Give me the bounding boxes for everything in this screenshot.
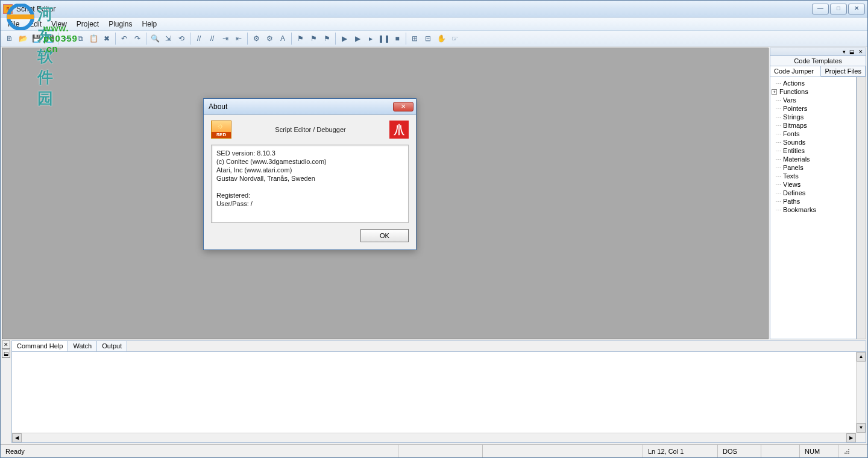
about-titlebar[interactable]: About ✕ xyxy=(204,99,416,114)
scroll-down-icon[interactable]: ▼ xyxy=(857,423,866,433)
cut-icon[interactable]: ✂ xyxy=(61,33,73,45)
tree-dots-icon: ⋯ xyxy=(775,97,781,104)
expand-icon[interactable]: + xyxy=(772,89,777,95)
bookmark-prev-icon[interactable]: ⚑ xyxy=(321,33,333,45)
tree-item-fonts[interactable]: ⋯Fonts xyxy=(772,130,855,138)
step-icon[interactable]: ▸ xyxy=(365,33,377,45)
tree-item-panels[interactable]: ⋯Panels xyxy=(772,163,855,172)
tree-item-sounds[interactable]: ⋯Sounds xyxy=(772,138,855,146)
delete-icon[interactable]: ✖ xyxy=(101,33,113,45)
tree-item-bitmaps[interactable]: ⋯Bitmaps xyxy=(772,121,855,130)
status-spacer1 xyxy=(398,445,483,457)
settings-icon[interactable]: ⚙ xyxy=(263,33,275,45)
svg-rect-4 xyxy=(846,453,848,454)
tree-item-materials[interactable]: ⋯Materials xyxy=(772,155,855,163)
uncomment-icon[interactable]: // xyxy=(206,33,218,45)
run-icon[interactable]: ▶ xyxy=(338,33,350,45)
about-ok-button[interactable]: OK xyxy=(360,229,409,242)
tree-item-functions[interactable]: +Functions xyxy=(772,87,855,96)
tree-item-label: Pointers xyxy=(783,105,807,112)
bookmark-next-icon[interactable]: ⚑ xyxy=(307,33,319,45)
bookmark-toggle-icon[interactable]: ⚑ xyxy=(294,33,306,45)
tree-dots-icon: ⋯ xyxy=(775,105,781,112)
tree-item-views[interactable]: ⋯Views xyxy=(772,180,855,189)
scroll-left-icon[interactable]: ◀ xyxy=(12,433,22,442)
copy-icon[interactable]: ⧉ xyxy=(74,33,86,45)
menu-help[interactable]: Help xyxy=(137,19,162,30)
watch-tree-icon[interactable]: ⊟ xyxy=(422,33,434,45)
resize-grip-icon[interactable] xyxy=(838,447,852,456)
tree-item-texts[interactable]: ⋯Texts xyxy=(772,172,855,180)
find-icon[interactable]: 🔍 xyxy=(149,33,161,45)
tree-item-actions[interactable]: ⋯Actions xyxy=(772,79,855,87)
title-bar[interactable]: S Script Editor — □ ✕ xyxy=(1,1,867,17)
code-jumper-tree[interactable]: ⋯Actions+Functions⋯Vars⋯Pointers⋯Strings… xyxy=(770,77,857,339)
tree-dots-icon: ⋯ xyxy=(775,198,781,205)
bottom-vscroll[interactable]: ▲ ▼ xyxy=(856,352,866,433)
find-next-icon[interactable]: ⇲ xyxy=(162,33,174,45)
tree-item-vars[interactable]: ⋯Vars xyxy=(772,96,855,104)
status-numlock: NUM xyxy=(800,445,838,457)
stop-icon[interactable]: ■ xyxy=(391,33,403,45)
outdent-icon[interactable]: ⇤ xyxy=(233,33,245,45)
font-icon[interactable]: A xyxy=(277,33,289,45)
tab-code-templates[interactable]: Code Templates xyxy=(770,56,866,66)
menu-project[interactable]: Project xyxy=(72,19,104,30)
replace-icon[interactable]: ⟲ xyxy=(175,33,187,45)
save-icon[interactable]: 💾 xyxy=(30,33,42,45)
about-close-button[interactable]: ✕ xyxy=(393,102,414,111)
hand-icon[interactable]: ✋ xyxy=(435,33,447,45)
tree-item-label: Actions xyxy=(783,80,805,87)
scroll-up-icon[interactable]: ▲ xyxy=(857,352,866,362)
debug-icon[interactable]: ▶ xyxy=(351,33,363,45)
watch-add-icon[interactable]: ⊞ xyxy=(409,33,421,45)
close-button[interactable]: ✕ xyxy=(848,4,865,14)
paste-icon[interactable]: 📋 xyxy=(87,33,99,45)
save-all-icon[interactable]: 💾 xyxy=(43,33,55,45)
new-icon[interactable]: 🗎 xyxy=(4,33,16,45)
svg-rect-3 xyxy=(844,453,846,454)
tab-watch[interactable]: Watch xyxy=(68,341,97,351)
main-window: S Script Editor — □ ✕ File Edit View Pro… xyxy=(0,0,868,458)
tab-code-jumper[interactable]: Code Jumper xyxy=(770,66,821,77)
tab-output[interactable]: Output xyxy=(97,341,127,351)
tab-command-help[interactable]: Command Help xyxy=(12,341,68,351)
tree-item-label: Sounds xyxy=(783,139,805,146)
svg-rect-1 xyxy=(846,451,848,452)
tree-dots-icon: ⋯ xyxy=(775,181,781,188)
svg-rect-2 xyxy=(848,451,849,452)
tree-item-bookmarks[interactable]: ⋯Bookmarks xyxy=(772,205,855,214)
indent-icon[interactable]: ⇥ xyxy=(219,33,231,45)
tab-project-files[interactable]: Project Files xyxy=(821,66,866,77)
tree-item-label: Bookmarks xyxy=(783,206,816,213)
menu-view[interactable]: View xyxy=(46,19,72,30)
side-panel: ▾ ⬓ ✕ Code Templates Code Jumper Project… xyxy=(770,48,866,339)
bottom-panel-close-icon[interactable]: ✕ xyxy=(2,340,10,349)
bottom-hscroll[interactable]: ◀ ▶ xyxy=(12,433,856,442)
compile-icon[interactable]: ⚙ xyxy=(250,33,262,45)
menu-plugins[interactable]: Plugins xyxy=(104,19,137,30)
scroll-right-icon[interactable]: ▶ xyxy=(846,433,856,442)
menu-file[interactable]: File xyxy=(3,19,24,30)
comment-icon[interactable]: // xyxy=(193,33,205,45)
maximize-button[interactable]: □ xyxy=(830,4,847,14)
tree-item-paths[interactable]: ⋯Paths xyxy=(772,197,855,205)
tree-item-label: Fonts xyxy=(783,130,800,137)
tree-item-strings[interactable]: ⋯Strings xyxy=(772,113,855,121)
hand2-icon[interactable]: ☞ xyxy=(448,33,461,45)
tree-item-defines[interactable]: ⋯Defines xyxy=(772,189,855,197)
pause-icon[interactable]: ❚❚ xyxy=(378,33,390,45)
open-icon[interactable]: 📂 xyxy=(17,33,29,45)
menu-edit[interactable]: Edit xyxy=(24,19,46,30)
minimize-button[interactable]: — xyxy=(812,4,829,14)
side-panel-close-icon[interactable]: ✕ xyxy=(857,49,864,55)
undo-icon[interactable]: ↶ xyxy=(118,33,130,45)
tree-item-entities[interactable]: ⋯Entities xyxy=(772,146,855,155)
about-text: SED version: 8.10.3 (c) Conitec (www.3dg… xyxy=(211,145,409,223)
redo-icon[interactable]: ↷ xyxy=(131,33,143,45)
side-scrollbar[interactable] xyxy=(857,77,866,339)
bottom-panel-pin-icon[interactable]: ⬓ xyxy=(2,350,10,358)
side-panel-pin-icon[interactable]: ⬓ xyxy=(848,49,856,55)
side-panel-dropdown-icon[interactable]: ▾ xyxy=(841,49,847,55)
tree-item-pointers[interactable]: ⋯Pointers xyxy=(772,104,855,113)
